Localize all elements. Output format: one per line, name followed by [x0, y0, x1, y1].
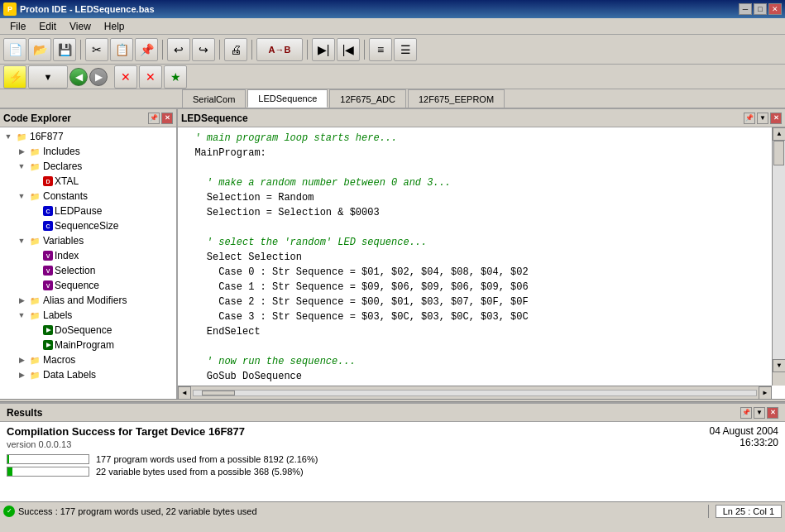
- nav-forward[interactable]: ▶: [89, 68, 108, 86]
- tree-item-datalabels[interactable]: ▶ 📁 Data Labels: [0, 367, 176, 382]
- save-button[interactable]: 💾: [53, 38, 76, 61]
- tree-expander-constants[interactable]: ▼: [15, 189, 28, 203]
- tree-item-declares[interactable]: ▼ 📁 Declares: [0, 159, 176, 174]
- tab-serialcom[interactable]: SerialCom: [182, 89, 246, 108]
- code-content[interactable]: ' main program loop starts here... MainP…: [178, 127, 785, 399]
- explorer-close-button[interactable]: ✕: [161, 113, 173, 124]
- editor-close-button[interactable]: ✕: [770, 113, 782, 124]
- horizontal-scrollbar[interactable]: ◀ ▶: [178, 386, 772, 399]
- open-button[interactable]: 📂: [28, 38, 51, 61]
- tree-item-mainprogram[interactable]: ▶ MainProgram: [0, 338, 176, 352]
- explorer-pin-button[interactable]: 📌: [148, 113, 160, 124]
- flash-button[interactable]: ⚡: [3, 65, 26, 89]
- tree-item-dosequence[interactable]: ▶ DoSequence: [0, 323, 176, 338]
- tree-expander-macros[interactable]: ▶: [15, 353, 28, 367]
- compilation-status: Compilation Success for Target Device 16…: [7, 425, 245, 438]
- code-line-15: [183, 339, 780, 354]
- progress-bar-wrap-2: [7, 467, 89, 477]
- results-close-button[interactable]: ✕: [767, 407, 778, 419]
- paste-button[interactable]: 📌: [135, 38, 158, 61]
- menu-bar: File Edit View Help: [0, 18, 785, 35]
- print-button[interactable]: 🖨: [224, 38, 247, 61]
- tree-item-selection[interactable]: V Selection: [0, 263, 176, 278]
- scroll-track-h: [193, 390, 757, 396]
- list2-button[interactable]: ☰: [394, 38, 417, 61]
- folder-icon-declares: 📁: [28, 161, 41, 172]
- copy-button[interactable]: 📋: [110, 38, 133, 61]
- editor-dropdown-button[interactable]: ▼: [757, 113, 768, 124]
- tree-item-16f877[interactable]: ▼ 📁 16F877: [0, 129, 176, 144]
- status-right: Ln 25 : Col 1: [716, 505, 782, 518]
- spacer-mainprogram: [30, 338, 43, 352]
- progress-bar-wrap-1: [7, 454, 89, 464]
- tree-item-alias[interactable]: ▶ 📁 Alias and Modifiers: [0, 293, 176, 308]
- icon-ledpause: C: [43, 206, 53, 216]
- outdent-button[interactable]: |◀: [337, 38, 360, 61]
- tree-item-includes[interactable]: ▶ 📁 Includes: [0, 144, 176, 159]
- tab-ledsequence[interactable]: LEDSequence: [247, 89, 328, 108]
- tree-item-variables[interactable]: ▼ 📁 Variables: [0, 233, 176, 248]
- tree-expander-variables[interactable]: ▼: [15, 234, 28, 247]
- menu-edit[interactable]: Edit: [32, 19, 63, 34]
- dropdown-button[interactable]: ▼: [28, 65, 68, 89]
- scroll-thumb-h[interactable]: [202, 391, 235, 395]
- tree-expander-includes[interactable]: ▶: [15, 145, 28, 158]
- menu-file[interactable]: File: [3, 19, 32, 34]
- status-bar: ✓ Success : 177 program words used, 22 v…: [0, 501, 785, 520]
- sep6: [364, 40, 365, 60]
- code-line-4: ' make a random number between 0 and 3..…: [183, 175, 780, 190]
- maximize-button[interactable]: □: [754, 3, 767, 15]
- scroll-up-button[interactable]: ▲: [773, 127, 785, 141]
- minimize-button[interactable]: ─: [739, 3, 752, 15]
- list1-button[interactable]: ≡: [369, 38, 392, 61]
- tree-item-macros[interactable]: ▶ 📁 Macros: [0, 352, 176, 367]
- tree-expander-alias[interactable]: ▶: [15, 294, 28, 307]
- undo-button[interactable]: ↩: [167, 38, 190, 61]
- redo-button[interactable]: ↪: [192, 38, 215, 61]
- bookmark-button[interactable]: ★: [164, 65, 187, 89]
- tree-label-alias: Alias and Modifiers: [43, 295, 127, 306]
- tree-expander-16f877[interactable]: ▼: [2, 130, 15, 143]
- tree-item-sequencesize[interactable]: C SequenceSize: [0, 218, 176, 233]
- tree-expander-labels[interactable]: ▼: [15, 309, 28, 322]
- app-icon: P: [3, 2, 17, 16]
- folder-icon-alias: 📁: [28, 295, 41, 306]
- indent-button[interactable]: ▶|: [312, 38, 335, 61]
- scroll-down-button[interactable]: ▼: [773, 359, 785, 372]
- code-line-7: [183, 220, 780, 235]
- code-line-3: [183, 161, 780, 175]
- sep3: [219, 40, 220, 60]
- close-button[interactable]: ✕: [768, 3, 782, 15]
- code-editor-header: LEDSequence 📌 ▼ ✕: [178, 109, 785, 127]
- status-icon: ✓: [3, 506, 15, 517]
- scroll-right-button[interactable]: ▶: [759, 386, 772, 400]
- menu-view[interactable]: View: [63, 19, 98, 34]
- new-button[interactable]: 📄: [3, 38, 26, 61]
- scroll-left-button[interactable]: ◀: [178, 386, 191, 400]
- tree-item-index[interactable]: V Index: [0, 248, 176, 263]
- menu-help[interactable]: Help: [98, 19, 132, 34]
- tree-item-constants[interactable]: ▼ 📁 Constants: [0, 189, 176, 204]
- compile-button[interactable]: A→B: [256, 38, 303, 61]
- results-dropdown-button[interactable]: ▼: [754, 407, 765, 419]
- tree-item-sequence[interactable]: V Sequence: [0, 278, 176, 293]
- tab-12f675-adc[interactable]: 12F675_ADC: [329, 89, 406, 108]
- vertical-scrollbar[interactable]: ▲ ▼: [772, 127, 785, 386]
- code-line-2: MainProgram:: [183, 146, 780, 161]
- tab-12f675-eeprom[interactable]: 12F675_EEPROM: [408, 89, 505, 108]
- cut-button[interactable]: ✂: [85, 38, 108, 61]
- stop-button[interactable]: ✕: [114, 65, 137, 89]
- nav-back[interactable]: ◀: [69, 68, 88, 86]
- editor-controls[interactable]: 📌 ▼ ✕: [744, 113, 782, 124]
- refresh-button[interactable]: ✕: [139, 65, 162, 89]
- tree-item-xtal[interactable]: D XTAL: [0, 174, 176, 189]
- tab-bar: SerialCom LEDSequence 12F675_ADC 12F675_…: [0, 89, 785, 109]
- tree-item-labels[interactable]: ▼ 📁 Labels: [0, 308, 176, 323]
- tree-expander-declares[interactable]: ▼: [15, 160, 28, 173]
- editor-pin-button[interactable]: 📌: [744, 113, 755, 124]
- tree-expander-datalabels[interactable]: ▶: [15, 368, 28, 381]
- tree-item-ledpause[interactable]: C LEDPause: [0, 204, 176, 218]
- results-pin-button[interactable]: 📌: [740, 407, 752, 419]
- window-controls[interactable]: ─ □ ✕: [739, 3, 782, 15]
- cursor-position: Ln 25 : Col 1: [716, 505, 782, 518]
